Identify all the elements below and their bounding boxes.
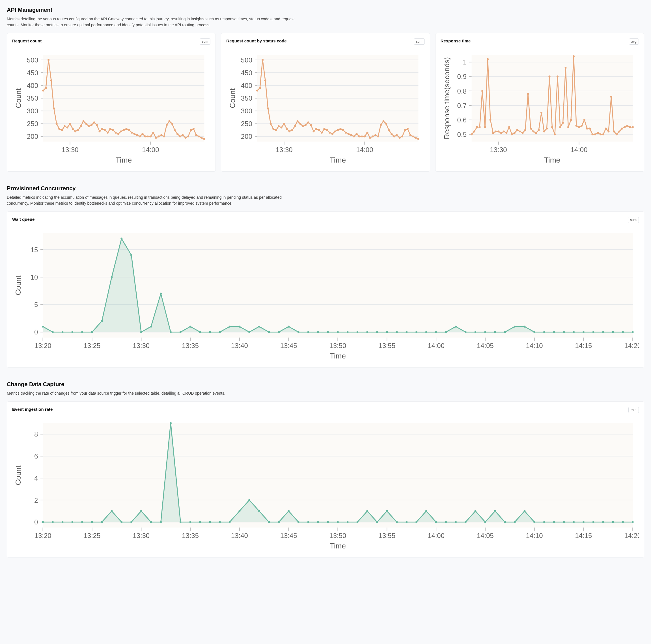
svg-point-328	[288, 326, 289, 328]
chart-row: Request count sum 2002503003504004505001…	[7, 33, 644, 171]
svg-text:Time: Time	[116, 156, 132, 164]
svg-point-326	[268, 331, 270, 333]
aggregation-badge[interactable]: avg	[629, 38, 639, 45]
svg-point-26	[42, 90, 44, 92]
svg-point-434	[298, 521, 300, 523]
card-wait-queue: Wait queue sum 05101513:2013:2513:3013:3…	[7, 212, 644, 367]
svg-point-138	[318, 129, 320, 131]
svg-point-175	[417, 138, 420, 140]
svg-point-327	[278, 331, 280, 333]
svg-point-124	[281, 127, 282, 129]
chart-request-by-status[interactable]: 20025030035040045050013:3014:00TimeCount	[226, 49, 425, 166]
svg-text:450: 450	[27, 69, 38, 76]
svg-point-161	[380, 124, 382, 126]
svg-point-116	[259, 87, 261, 89]
svg-text:200: 200	[27, 133, 38, 140]
svg-point-152	[356, 133, 358, 135]
svg-point-329	[298, 331, 300, 333]
svg-point-54	[117, 133, 119, 135]
svg-point-243	[583, 119, 585, 121]
aggregation-badge[interactable]: rate	[628, 407, 639, 413]
svg-point-317	[180, 331, 182, 333]
svg-point-129	[294, 125, 296, 127]
svg-point-242	[581, 125, 583, 127]
svg-text:13:25: 13:25	[84, 532, 101, 539]
svg-point-246	[591, 133, 593, 135]
svg-point-351	[514, 326, 516, 328]
svg-text:Count: Count	[14, 276, 22, 295]
aggregation-badge[interactable]: sum	[628, 217, 639, 223]
svg-text:13:30: 13:30	[61, 146, 78, 154]
svg-point-359	[592, 331, 594, 333]
svg-point-336	[366, 331, 368, 333]
svg-point-163	[385, 123, 387, 125]
svg-point-225	[535, 132, 537, 134]
svg-point-31	[56, 123, 58, 125]
section-description: Detailed metrics indicating the accumula…	[7, 194, 304, 206]
svg-point-248	[597, 132, 599, 134]
svg-point-335	[356, 331, 358, 333]
svg-point-355	[553, 331, 555, 333]
svg-point-220	[522, 132, 523, 134]
svg-point-42	[85, 123, 87, 125]
svg-point-63	[142, 133, 144, 135]
svg-point-309	[101, 320, 103, 322]
svg-point-231	[551, 126, 553, 128]
svg-point-158	[372, 135, 374, 137]
svg-point-154	[361, 135, 363, 137]
svg-point-133	[305, 124, 307, 126]
svg-point-37	[72, 128, 74, 130]
svg-text:14:20: 14:20	[624, 342, 639, 349]
svg-point-142	[329, 132, 331, 134]
svg-point-229	[546, 128, 548, 129]
svg-text:0.8: 0.8	[457, 87, 467, 95]
svg-text:Count: Count	[14, 88, 23, 108]
aggregation-badge[interactable]: sum	[200, 38, 211, 45]
section-api-management: API Management Metrics detailing the var…	[7, 7, 644, 171]
svg-point-221	[524, 129, 526, 131]
chart-title: Wait queue	[12, 217, 34, 222]
svg-point-211	[497, 130, 499, 132]
svg-rect-366	[43, 423, 633, 527]
svg-point-258	[624, 126, 625, 128]
svg-point-164	[388, 129, 390, 131]
svg-point-234	[559, 126, 561, 128]
svg-point-310	[111, 276, 113, 278]
svg-point-259	[626, 125, 628, 127]
section-title: Change Data Capture	[7, 381, 644, 388]
svg-point-174	[415, 137, 417, 139]
section-provisioned-concurrency: Provisioned Concurrency Detailed metrics…	[7, 185, 644, 367]
svg-point-318	[189, 326, 191, 328]
svg-text:13:50: 13:50	[330, 342, 346, 349]
svg-point-208	[489, 119, 491, 121]
svg-text:13:25: 13:25	[84, 342, 101, 349]
aggregation-badge[interactable]: sum	[414, 38, 425, 45]
svg-point-461	[563, 521, 565, 523]
svg-point-425	[209, 521, 211, 523]
svg-point-84	[198, 135, 200, 137]
svg-text:13:50: 13:50	[330, 532, 346, 539]
chart-wait-queue[interactable]: 05101513:2013:2513:3013:3513:4013:4513:5…	[12, 227, 639, 362]
svg-point-141	[326, 129, 328, 131]
svg-point-206	[484, 126, 486, 128]
svg-text:Response time(seconds): Response time(seconds)	[442, 57, 451, 139]
svg-point-53	[115, 132, 117, 134]
svg-point-27	[45, 87, 47, 89]
svg-point-83	[195, 134, 197, 136]
svg-point-144	[334, 130, 336, 132]
svg-text:500: 500	[27, 56, 38, 64]
svg-point-432	[278, 521, 280, 523]
svg-point-455	[504, 521, 506, 523]
chart-request-count[interactable]: 20025030035040045050013:3014:00TimeCount	[12, 49, 210, 166]
svg-point-244	[586, 128, 588, 129]
svg-point-416	[121, 521, 122, 523]
svg-point-331	[317, 331, 319, 333]
svg-text:250: 250	[241, 120, 252, 128]
svg-point-134	[307, 122, 309, 124]
chart-event-ingestion-rate[interactable]: 0246813:2013:2513:3013:3513:4013:4513:50…	[12, 417, 639, 552]
svg-point-61	[136, 134, 138, 136]
svg-point-239	[573, 56, 575, 57]
svg-text:14:00: 14:00	[142, 146, 159, 154]
svg-point-30	[53, 107, 55, 109]
chart-response-time[interactable]: 0.50.60.70.80.9113:3014:00TimeResponse t…	[441, 49, 639, 166]
